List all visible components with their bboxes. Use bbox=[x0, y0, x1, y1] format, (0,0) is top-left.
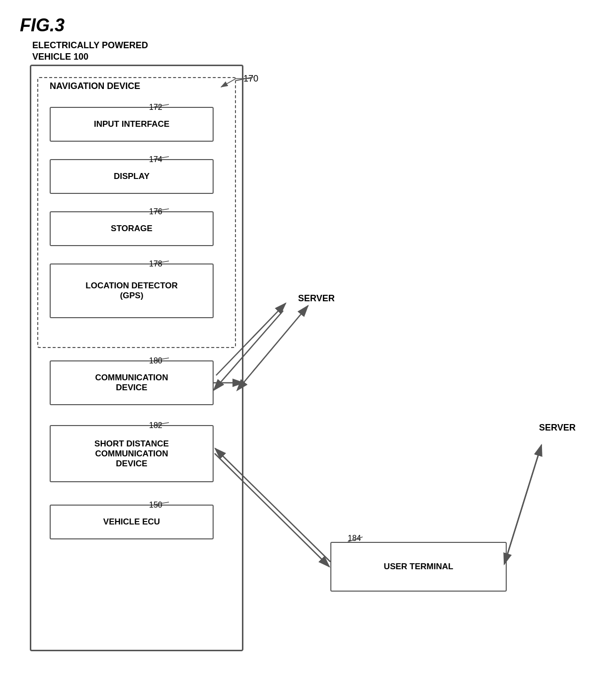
svg-line-17 bbox=[507, 445, 541, 557]
ref-178: 178 bbox=[149, 260, 162, 268]
server-label-1: SERVER bbox=[298, 293, 335, 304]
nav-device-label: NAVIGATION DEVICE bbox=[50, 81, 140, 91]
ref-176: 176 bbox=[149, 207, 162, 216]
location-detector-box: LOCATION DETECTOR(GPS) bbox=[50, 263, 214, 318]
ref-170: 170 bbox=[243, 74, 258, 84]
short-distance-comm-box: SHORT DISTANCECOMMUNICATIONDEVICE bbox=[50, 425, 214, 482]
ref-150: 150 bbox=[149, 501, 162, 510]
ref-174: 174 bbox=[149, 155, 162, 164]
vehicle-ecu-box: VEHICLE ECU bbox=[50, 505, 214, 539]
ref-184: 184 bbox=[348, 534, 361, 543]
svg-line-18 bbox=[504, 452, 539, 564]
ref-180: 180 bbox=[149, 356, 162, 365]
figure-title: FIG.3 bbox=[20, 15, 65, 36]
ref-182: 182 bbox=[149, 421, 162, 430]
vehicle-label: ELECTRICALLY POWERED VEHICLE 100 bbox=[32, 40, 148, 63]
server-label-2: SERVER bbox=[539, 423, 576, 433]
communication-device-box: COMMUNICATIONDEVICE bbox=[50, 360, 214, 405]
user-terminal-box: USER TERMINAL bbox=[330, 542, 507, 592]
display-box: DISPLAY bbox=[50, 159, 214, 194]
ref-172: 172 bbox=[149, 103, 162, 112]
svg-line-11 bbox=[243, 306, 308, 383]
input-interface-box: INPUT INTERFACE bbox=[50, 107, 214, 142]
storage-box: STORAGE bbox=[50, 211, 214, 246]
